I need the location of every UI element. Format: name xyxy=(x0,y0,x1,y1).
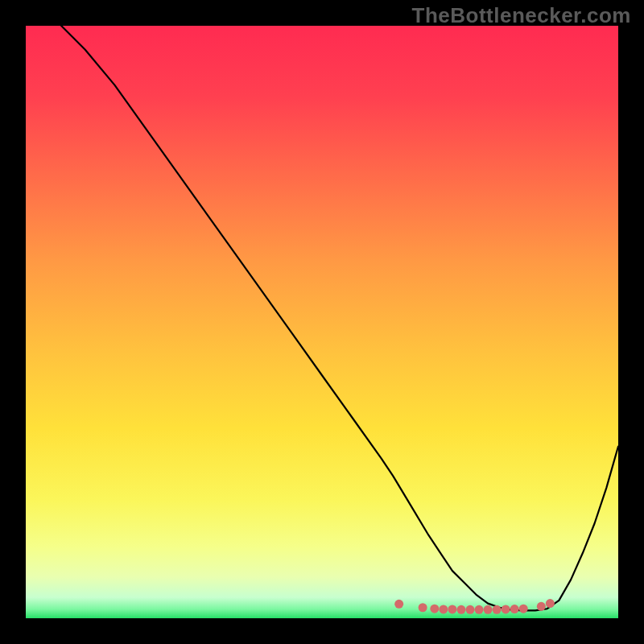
optimal-dot xyxy=(493,605,502,614)
watermark-text: TheBottlenecker.com xyxy=(412,3,631,28)
optimal-dot xyxy=(502,605,510,613)
optimal-dot xyxy=(439,605,448,613)
optimal-dot xyxy=(394,600,403,609)
optimal-dot xyxy=(546,599,555,608)
optimal-dot xyxy=(475,605,484,614)
chart-container: TheBottlenecker.com xyxy=(0,0,644,644)
gradient-background xyxy=(26,26,618,618)
optimal-dot xyxy=(510,605,519,613)
optimal-dot xyxy=(456,605,465,614)
optimal-dot xyxy=(537,602,546,611)
optimal-dot xyxy=(448,605,456,613)
optimal-dot xyxy=(484,605,493,614)
plot-area xyxy=(26,26,618,618)
optimal-dot xyxy=(419,603,427,612)
optimal-dot xyxy=(519,605,528,613)
optimal-dot xyxy=(430,605,439,613)
chart-svg xyxy=(26,26,618,618)
optimal-dot xyxy=(466,605,475,614)
